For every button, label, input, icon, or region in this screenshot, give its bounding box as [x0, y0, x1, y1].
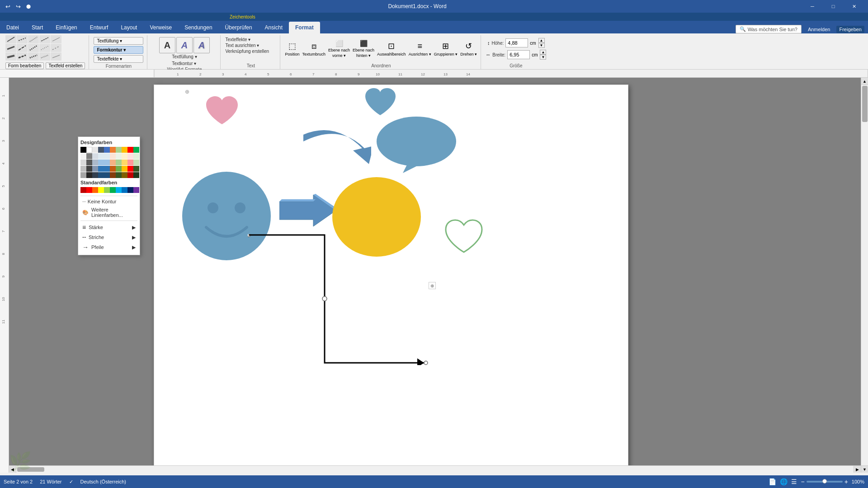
ausrichten-btn[interactable]: ≡ Ausrichten ▾ — [409, 42, 431, 56]
color-swatch-39[interactable] — [133, 166, 139, 172]
formeffekte-button[interactable]: Texteffekte ▾ — [94, 55, 143, 63]
scroll-up-button[interactable]: ▲ — [861, 78, 868, 85]
line-style-6[interactable] — [5, 44, 16, 52]
color-swatch-0[interactable] — [80, 147, 86, 153]
texteffekte-button[interactable]: Texteffekte ▾ — [225, 37, 250, 42]
color-swatch-11[interactable] — [86, 153, 92, 159]
color-swatch-37[interactable] — [122, 166, 127, 172]
std-color-6[interactable] — [116, 187, 122, 193]
color-swatch-12[interactable] — [92, 153, 98, 159]
line-style-14[interactable] — [39, 52, 50, 61]
std-color-5[interactable] — [110, 187, 116, 193]
color-swatch-49[interactable] — [133, 172, 139, 178]
quick-access-undo[interactable]: ↩ — [4, 3, 12, 10]
tab-ansicht[interactable]: Ansicht — [259, 22, 289, 33]
color-swatch-9[interactable] — [133, 147, 139, 153]
color-swatch-31[interactable] — [86, 166, 92, 172]
color-swatch-3[interactable] — [98, 147, 104, 153]
std-color-1[interactable] — [86, 187, 92, 193]
color-swatch-4[interactable] — [104, 147, 110, 153]
tab-entwurf[interactable]: Entwurf — [84, 22, 115, 33]
color-swatch-14[interactable] — [104, 153, 110, 159]
shape-pink-heart[interactable] — [204, 95, 240, 130]
color-swatch-48[interactable] — [127, 172, 133, 178]
ebene-hinten-btn[interactable]: ⬛ Ebene nach hinten ▾ — [353, 40, 374, 58]
textfeld-erstellen-button[interactable]: Textfeld erstellen — [46, 62, 85, 69]
width-spinner[interactable]: ▲ ▼ — [540, 50, 546, 60]
line-style-2[interactable] — [17, 35, 28, 43]
quick-access-redo[interactable]: ↪ — [14, 3, 23, 10]
text-ausrichten-button[interactable]: Text ausrichten ▾ — [225, 43, 259, 48]
color-swatch-40[interactable] — [80, 172, 86, 178]
color-swatch-38[interactable] — [127, 166, 133, 172]
tab-einfuegen[interactable]: Einfügen — [49, 22, 83, 33]
color-swatch-35[interactable] — [110, 166, 116, 172]
color-swatch-43[interactable] — [98, 172, 104, 178]
line-style-8[interactable] — [28, 44, 39, 52]
spell-check-icon[interactable]: ✓ — [69, 479, 73, 485]
scrollbar-vertical[interactable]: ▲ ▼ — [861, 78, 868, 473]
view-normal-icon[interactable]: 📄 — [769, 478, 776, 485]
minimize-button[interactable]: ─ — [802, 0, 823, 13]
color-swatch-16[interactable] — [116, 153, 122, 159]
color-swatch-34[interactable] — [104, 166, 110, 172]
color-swatch-25[interactable] — [110, 160, 116, 165]
color-swatch-7[interactable] — [122, 147, 127, 153]
shape-outline-heart[interactable] — [443, 218, 484, 258]
scroll-down-button[interactable]: ▼ — [861, 465, 868, 473]
wordart-style-2[interactable]: A — [176, 37, 193, 53]
language[interactable]: Deutsch (Österreich) — [80, 479, 126, 484]
zoom-level[interactable]: 100% — [852, 479, 864, 484]
color-swatch-30[interactable] — [80, 166, 86, 172]
std-color-3[interactable] — [98, 187, 104, 193]
std-color-2[interactable] — [92, 187, 98, 193]
pfeile-button[interactable]: → Pfeile ▶ — [80, 242, 137, 252]
color-swatch-45[interactable] — [110, 172, 116, 178]
line-style-10[interactable] — [51, 44, 61, 52]
wordart-style-3[interactable]: A — [193, 37, 210, 53]
form-bearbeiten-button[interactable]: Form bearbeiten — [5, 62, 44, 69]
shape-speech-bubble[interactable] — [376, 114, 457, 174]
position-btn[interactable]: ⬚ Position — [285, 41, 299, 56]
color-swatch-22[interactable] — [92, 160, 98, 165]
color-swatch-41[interactable] — [86, 172, 92, 178]
zoom-out-icon[interactable]: − — [801, 478, 804, 485]
line-style-4[interactable] — [39, 35, 50, 43]
view-web-icon[interactable]: 🌐 — [780, 478, 788, 485]
color-swatch-1[interactable] — [86, 147, 92, 153]
color-swatch-44[interactable] — [104, 172, 110, 178]
drehen-btn[interactable]: ↺ Drehen ▾ — [460, 41, 477, 56]
color-swatch-42[interactable] — [92, 172, 98, 178]
color-swatch-46[interactable] — [116, 172, 122, 178]
color-swatch-6[interactable] — [116, 147, 122, 153]
color-swatch-10[interactable] — [80, 153, 86, 159]
gruppieren-btn[interactable]: ⊞ Gruppieren ▾ — [434, 41, 458, 56]
color-swatch-19[interactable] — [133, 153, 139, 159]
std-color-4[interactable] — [104, 187, 110, 193]
staerke-button[interactable]: ≡ Stärke ▶ — [80, 222, 137, 232]
freigeben-button[interactable]: Freigeben — [836, 26, 864, 33]
scroll-thumb[interactable] — [862, 86, 868, 122]
auswahlbereich-btn[interactable]: ⊡ Auswahlbereich — [377, 41, 406, 56]
maximize-button[interactable]: □ — [823, 0, 844, 13]
verknuepfung-button[interactable]: Verknüpfung erstellen — [225, 49, 269, 54]
textkontur-button[interactable]: Textkontur ▾ — [172, 61, 197, 66]
tab-sendungen[interactable]: Sendungen — [178, 22, 218, 33]
color-swatch-29[interactable] — [133, 160, 139, 165]
quick-access-autosave[interactable]: ⬤ — [24, 4, 33, 9]
std-color-0[interactable] — [80, 187, 86, 193]
std-color-7[interactable] — [122, 187, 127, 193]
ebene-vorne-btn[interactable]: ⬜ Ebene nach vorne ▾ — [328, 40, 350, 58]
width-input[interactable] — [507, 50, 530, 59]
line-style-9[interactable] — [39, 44, 50, 52]
shape-blue-curved-arrow[interactable] — [299, 126, 371, 177]
color-popup-formkontur[interactable]: Designfarben — [78, 136, 140, 255]
line-style-11[interactable] — [5, 52, 16, 61]
color-swatch-17[interactable] — [122, 153, 127, 159]
tab-format[interactable]: Format — [289, 22, 320, 33]
std-color-8[interactable] — [127, 187, 133, 193]
view-outline-icon[interactable]: ☰ — [791, 478, 797, 485]
keine-kontur-button[interactable]: ─ Keine Kontur — [80, 197, 137, 206]
tab-datei[interactable]: Datei — [0, 22, 25, 33]
color-swatch-47[interactable] — [122, 172, 127, 178]
